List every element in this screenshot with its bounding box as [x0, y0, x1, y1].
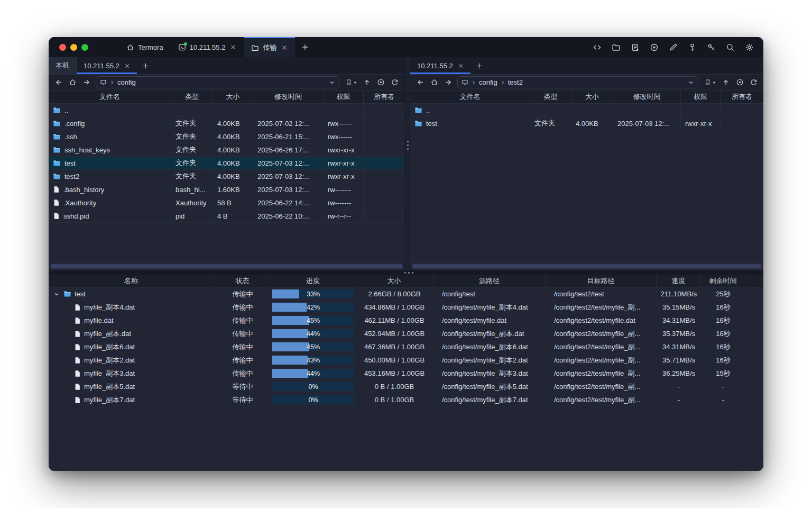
file-row[interactable]: .config文件夹4.00KB2025-07-02 12:...rwx----… [49, 117, 404, 130]
close-icon[interactable] [281, 44, 288, 51]
tab-label: 本机 [56, 61, 69, 70]
close-icon[interactable] [230, 44, 236, 50]
file-row[interactable]: .. [49, 104, 404, 117]
file-row[interactable]: test文件夹4.00KB2025-07-03 12:...rwxr-xr-x [410, 117, 763, 130]
tab-remote-host[interactable]: 10.211.55.2 [410, 57, 470, 74]
minimize-window-button[interactable] [70, 44, 77, 51]
forward-icon[interactable] [80, 76, 93, 89]
transfer-row[interactable]: myfile_副本.dat传输中44%452.94MB / 1.00GB/con… [49, 327, 763, 340]
transfer-status-cell: 等待中 [214, 393, 271, 406]
transfer-row[interactable]: myfile_副本6.dat传输中45%467.36MB / 1.00GB/co… [49, 340, 763, 353]
transfer-row[interactable]: myfile_副本7.dat等待中0%0 B / 1.00GB/config/t… [49, 393, 763, 406]
transfer-row[interactable]: myfile_副本5.dat等待中0%0 B / 1.00GB/config/t… [49, 380, 763, 393]
chevron-down-icon[interactable] [53, 291, 60, 297]
transfer-name: myfile_副本7.dat [84, 395, 135, 405]
chevron-down-icon[interactable] [329, 79, 335, 86]
column-header[interactable]: 名称 [49, 275, 214, 287]
arrow-up-icon[interactable] [719, 76, 732, 89]
column-header[interactable]: 大小 [213, 90, 253, 103]
file-row[interactable]: test2文件夹4.00KB2025-07-03 12:...rwxr-xr-x [49, 170, 404, 183]
tab-termora-home[interactable]: Termora [119, 37, 171, 57]
close-icon[interactable] [124, 63, 130, 69]
transfer-name-cell: myfile_副本.dat [49, 327, 214, 340]
column-header[interactable]: 类型 [171, 90, 213, 103]
column-header[interactable]: 修改时间 [613, 90, 681, 103]
file-row[interactable]: .bash_historybash_hi...1.60KB2025-07-03 … [49, 183, 404, 196]
zoom-window-button[interactable] [81, 44, 88, 51]
transfer-row[interactable]: test传输中33%2.66GB / 8.00GB/config/test/co… [49, 287, 763, 301]
column-header[interactable]: 状态 [214, 275, 271, 287]
eye-icon[interactable] [733, 76, 746, 89]
file-row[interactable]: sshd.pidpid4 B2025-06-22 10:...rw-r--r-- [49, 210, 404, 223]
bookmark-icon[interactable] [702, 76, 718, 89]
file-type-cell: pid [171, 210, 213, 222]
panel-splitter[interactable] [404, 57, 410, 270]
column-header[interactable]: 大小 [571, 90, 613, 103]
transfer-eta-cell: 16秒 [701, 340, 745, 353]
home-icon[interactable] [428, 76, 440, 89]
log-document-icon[interactable] [631, 43, 640, 52]
column-header[interactable]: 修改时间 [253, 90, 324, 103]
tab-local-machine[interactable]: 本机 [49, 57, 77, 74]
close-icon[interactable] [458, 63, 464, 69]
close-window-button[interactable] [59, 44, 66, 51]
column-header[interactable]: 权限 [324, 90, 364, 103]
column-header[interactable]: 类型 [530, 90, 571, 103]
transfer-source-cell: /config/test [433, 287, 546, 301]
column-header[interactable]: 进度 [271, 275, 355, 287]
arrow-up-icon[interactable] [361, 76, 373, 89]
eye-icon[interactable] [374, 76, 387, 89]
column-header[interactable]: 文件名 [49, 90, 171, 103]
path-breadcrumb-field[interactable]: config [96, 76, 339, 88]
column-header[interactable]: 目标路径 [546, 275, 657, 287]
key-icon[interactable] [688, 43, 697, 52]
tab-session-10-211-55-2[interactable]: 10.211.55.2 [171, 37, 244, 57]
path-segment[interactable]: test2 [508, 78, 523, 86]
file-perms-cell: rwxr-xr-x [324, 157, 364, 169]
file-row[interactable]: test文件夹4.00KB2025-07-03 12:...rwxr-xr-x [49, 157, 404, 170]
path-segment[interactable]: config [117, 78, 136, 86]
column-header[interactable]: 源路径 [433, 275, 546, 287]
refresh-icon[interactable] [747, 76, 760, 89]
transfer-splitter[interactable] [49, 270, 763, 275]
folder-icon[interactable] [612, 43, 621, 52]
bookmark-icon[interactable] [343, 76, 359, 89]
new-tab-button[interactable] [295, 37, 315, 57]
file-row[interactable]: .. [410, 104, 763, 117]
refresh-icon[interactable] [388, 76, 401, 89]
column-header[interactable]: 文件名 [410, 90, 530, 103]
home-icon[interactable] [66, 76, 79, 89]
column-header[interactable]: 剩余时间 [701, 275, 745, 287]
path-segment[interactable]: config [479, 78, 497, 86]
chevron-right-icon [109, 80, 115, 85]
record-icon[interactable] [650, 43, 659, 52]
file-row[interactable]: .XauthorityXauthority58 B2025-06-22 14:.… [49, 196, 404, 210]
keychain-icon[interactable] [707, 43, 716, 52]
gear-icon[interactable] [745, 43, 754, 52]
new-panel-tab-button[interactable] [470, 57, 488, 74]
transfer-row[interactable]: myfile_副本2.dat传输中43%450.00MB / 1.00GB/co… [49, 353, 763, 367]
path-breadcrumb-field[interactable]: config test2 [457, 76, 698, 88]
column-header[interactable]: 权限 [681, 90, 721, 103]
horizontal-scrollbar[interactable] [50, 264, 403, 269]
code-snippets-icon[interactable] [593, 43, 602, 52]
edit-icon[interactable] [669, 43, 678, 52]
back-icon[interactable] [52, 76, 65, 89]
new-panel-tab-button[interactable] [137, 57, 155, 74]
transfer-row[interactable]: myfile.dat传输中45%462.11MB / 1.00GB/config… [49, 314, 763, 327]
tab-remote-host[interactable]: 10.211.55.2 [77, 57, 137, 74]
tab-transfer[interactable]: 传输 [244, 37, 295, 57]
file-row[interactable]: ssh_host_keys文件夹4.00KB2025-06-26 17:...r… [49, 143, 404, 157]
transfer-row[interactable]: myfile_副本3.dat传输中44%453.16MB / 1.00GB/co… [49, 367, 763, 380]
search-icon[interactable] [726, 43, 735, 52]
file-row[interactable]: .ssh文件夹4.00KB2025-06-21 15:...rwx------ [49, 130, 404, 143]
column-header[interactable]: 大小 [355, 275, 433, 287]
column-header[interactable]: 速度 [657, 275, 701, 287]
chevron-down-icon[interactable] [688, 79, 694, 86]
transfer-row[interactable]: myfile_副本4.dat传输中42%434.86MB / 1.00GB/co… [49, 301, 763, 314]
forward-icon[interactable] [441, 76, 454, 89]
column-header[interactable]: 所有者 [364, 90, 404, 103]
horizontal-scrollbar[interactable] [412, 264, 762, 269]
back-icon[interactable] [414, 76, 427, 89]
column-header[interactable]: 所有者 [721, 90, 763, 103]
